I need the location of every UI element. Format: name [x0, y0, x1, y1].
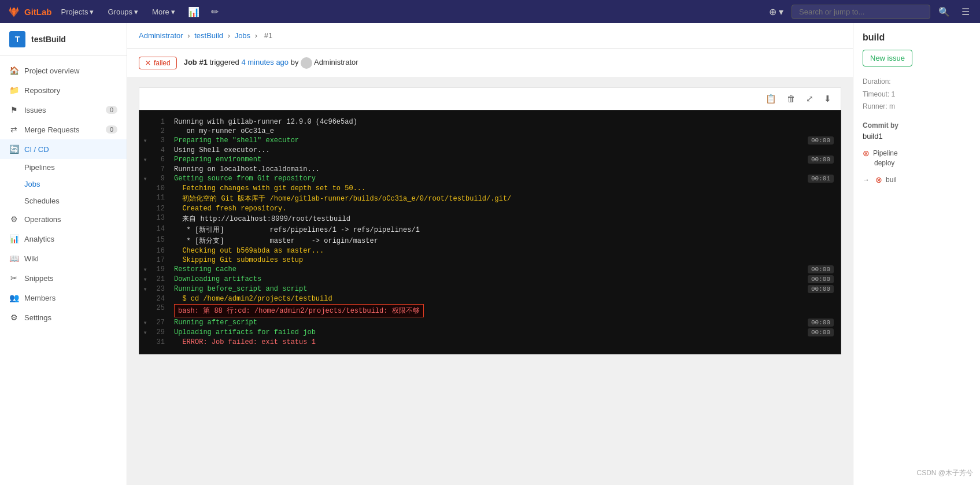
commit-title: Commit by — [863, 121, 971, 129]
failed-icon: ✕ — [145, 59, 151, 67]
log-line-expand[interactable]: ▾ — [139, 156, 151, 164]
log-line-expand[interactable]: ▾ — [139, 275, 151, 284]
search-icon[interactable]: 🔍 — [935, 4, 953, 20]
sidebar-item-issues[interactable]: ⚑ Issues 0 — [0, 100, 127, 120]
log-line-content: 初始化空的 Git 版本库于 /home/gitlab-runner/build… — [174, 194, 841, 203]
sidebar-item-label: Project overview — [24, 66, 79, 75]
log-line: ▾3Preparing the "shell" executor00:00 — [139, 136, 841, 146]
log-line-content: Downloading artifacts — [174, 275, 808, 283]
log-line-expand[interactable]: ▾ — [139, 285, 151, 294]
log-line: 14 * [新引用] refs/pipelines/1 -> refs/pipe… — [139, 224, 841, 235]
log-line-number: 2 — [151, 127, 174, 135]
plus-icon[interactable]: ⊕ ▾ — [765, 4, 787, 20]
analytics-icon: 📊 — [9, 234, 19, 243]
log-line: 31 ERROR: Job failed: exit status 1 — [139, 338, 841, 347]
log-line: ▾23Running before_script and script00:00 — [139, 284, 841, 294]
user-name: Administrator — [314, 58, 358, 66]
log-line: 16 Checking out b569abda as master... — [139, 246, 841, 256]
sidebar-item-label: Operations — [24, 215, 61, 224]
nav-groups[interactable]: Groups ▾ — [103, 5, 143, 18]
log-line-expand — [139, 118, 151, 126]
sidebar-item-label: Analytics — [24, 235, 54, 243]
sidebar-item-repository[interactable]: 📁 Repository — [0, 80, 127, 100]
delete-icon[interactable]: 🗑 — [785, 92, 798, 105]
project-name: testBuild — [31, 35, 66, 44]
folder-icon: 📁 — [9, 86, 19, 95]
log-badge: 00:00 — [808, 275, 834, 283]
pipeline-item: ⊗ Pipeline — [863, 149, 971, 158]
log-line: 24 $ cd /home/admin2/projects/testbuild — [139, 294, 841, 303]
nav-more[interactable]: More ▾ — [147, 5, 180, 18]
sidebar-item-analytics[interactable]: 📊 Analytics — [0, 229, 127, 249]
copy-icon[interactable]: 📋 — [763, 92, 779, 105]
project-header: T testBuild — [0, 23, 127, 56]
log-line: ▾27Running after_script00:00 — [139, 318, 841, 328]
search-input[interactable] — [792, 5, 930, 19]
breadcrumb-project[interactable]: testBuild — [194, 31, 223, 40]
chart-icon[interactable]: 📊 — [184, 4, 203, 20]
log-line-content: Preparing the "shell" executor — [174, 136, 808, 145]
timeout-label: Timeout: 1 — [863, 90, 895, 98]
right-panel-title: build — [863, 32, 971, 43]
sidebar-item-cicd[interactable]: 🔄 CI / CD — [0, 139, 127, 159]
edit-icon[interactable]: ✏ — [208, 4, 222, 20]
commit-section: Commit by build1 — [863, 121, 971, 140]
members-icon: 👥 — [9, 293, 19, 302]
sidebar: T testBuild 🏠 Project overview 📁 Reposit… — [0, 23, 127, 485]
trigger-text: triggered — [210, 58, 242, 66]
sidebar-item-snippets[interactable]: ✂ Snippets — [0, 268, 127, 288]
log-line-expand — [139, 184, 151, 192]
nav-projects[interactable]: Projects ▾ — [57, 5, 99, 18]
log-line-expand — [139, 146, 151, 154]
log-line-content: 来自 http://localhost:8099/root/testbuild — [174, 214, 841, 224]
log-line: 25bash: 第 88 行:cd: /home/admin2/projects… — [139, 303, 841, 318]
log-line-content: * [新分支] master -> origin/master — [174, 236, 841, 246]
log-line-number: 10 — [151, 184, 174, 192]
pipeline-section: ⊗ Pipeline deploy — [863, 149, 971, 167]
expand-icon[interactable]: ⤢ — [804, 92, 816, 105]
log-line-number: 12 — [151, 205, 174, 213]
log-line-content: Preparing environment — [174, 156, 808, 164]
menu-icon[interactable]: ☰ — [958, 4, 973, 20]
log-line-number: 11 — [151, 194, 174, 202]
log-badge: 00:00 — [808, 136, 834, 145]
log-line: ▾6Preparing environment00:00 — [139, 155, 841, 165]
log-line-number: 19 — [151, 265, 174, 273]
log-badge: 00:00 — [808, 265, 834, 273]
new-issue-button[interactable]: New issue — [863, 50, 912, 66]
log-line-content: Checking out b569abda as master... — [174, 247, 841, 255]
log-line-expand[interactable]: ▾ — [139, 319, 151, 327]
log-line-content: $ cd /home/admin2/projects/testbuild — [174, 295, 841, 303]
log-line-expand[interactable]: ▾ — [139, 136, 151, 145]
sidebar-item-wiki[interactable]: 📖 Wiki — [0, 249, 127, 268]
log-line-number: 6 — [151, 156, 174, 164]
log-line-expand[interactable]: ▾ — [139, 175, 151, 183]
log-line-number: 31 — [151, 338, 174, 346]
log-line: ▾29Uploading artifacts for failed job00:… — [139, 328, 841, 338]
sidebar-sub-jobs[interactable]: Jobs — [0, 176, 127, 192]
sidebar-item-operations[interactable]: ⚙ Operations — [0, 209, 127, 229]
pipelines-label: Pipelines — [24, 163, 55, 172]
sidebar-item-settings[interactable]: ⚙ Settings — [0, 308, 127, 327]
log-line-expand[interactable]: ▾ — [139, 328, 151, 337]
breadcrumb-jobs[interactable]: Jobs — [235, 31, 250, 40]
log-line: 2 on my-runner oCc31a_e — [139, 127, 841, 136]
commit-value: build1 — [863, 132, 971, 140]
breadcrumb-admin[interactable]: Administrator — [139, 31, 183, 40]
arrow-icon: → — [863, 176, 870, 184]
download-icon[interactable]: ⬇ — [822, 92, 834, 105]
log-line-expand[interactable]: ▾ — [139, 265, 151, 274]
breadcrumb-current: #1 — [264, 31, 272, 40]
sidebar-item-merge-requests[interactable]: ⇄ Merge Requests 0 — [0, 120, 127, 139]
sidebar-item-members[interactable]: 👥 Members — [0, 288, 127, 308]
sidebar-sub-schedules[interactable]: Schedules — [0, 192, 127, 209]
sidebar-sub-pipelines[interactable]: Pipelines — [0, 159, 127, 176]
gitlab-logo-text: GitLab — [24, 7, 52, 17]
log-line-expand — [139, 256, 151, 264]
sidebar-item-label: Wiki — [24, 254, 39, 263]
home-icon: 🏠 — [9, 66, 19, 75]
log-line-number: 16 — [151, 247, 174, 255]
gitlab-logo[interactable]: GitLab — [7, 5, 52, 18]
log-container: 📋 🗑 ⤢ ⬇ 1Running with gitlab-runner 12.9… — [139, 87, 841, 354]
sidebar-item-project-overview[interactable]: 🏠 Project overview — [0, 61, 127, 80]
